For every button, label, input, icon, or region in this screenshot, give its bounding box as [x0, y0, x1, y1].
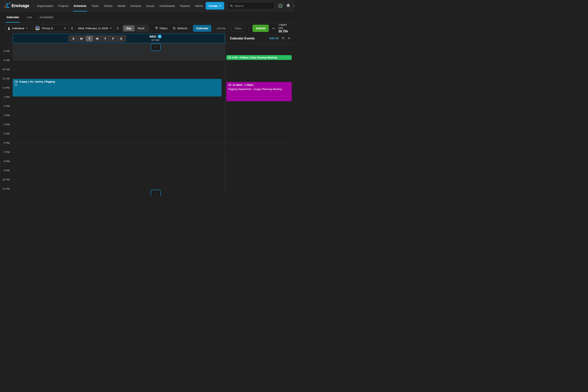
brand-name: Envisage: [11, 3, 29, 8]
video-camera-icon: [14, 80, 18, 83]
check-circle-icon: [278, 4, 283, 8]
nav-item-schedule[interactable]: Schedule: [71, 0, 89, 12]
view-mode-select[interactable]: Individual: [5, 25, 30, 32]
envisage-logo-icon: [4, 3, 10, 8]
view-mode-value: Individual: [12, 26, 24, 30]
nav-item-reports[interactable]: Reports: [178, 0, 193, 12]
refresh-icon: ↻: [173, 26, 176, 30]
tab-availability[interactable]: Availability: [39, 12, 54, 22]
nav-item-media[interactable]: Media: [115, 0, 128, 12]
day-view-toggle[interactable]: Day: [123, 26, 134, 31]
hour-label: 8 PM: [0, 160, 9, 163]
nav-item-issues[interactable]: Issues: [144, 0, 157, 12]
day-header-band: S M T W T F S WED 11 0/7.50h: [13, 34, 225, 43]
weekday-saturday[interactable]: S: [118, 36, 125, 42]
scroll-later-button[interactable]: ↓: [151, 190, 161, 196]
panel-event-planning[interactable]: 11:30am - 1:30pm Rigging Department - Gu…: [226, 82, 292, 101]
submit-button[interactable]: Submit: [253, 25, 269, 32]
search-box[interactable]: [228, 2, 275, 10]
video-camera-icon: [228, 84, 231, 86]
chevron-down-icon: [219, 5, 221, 6]
schedule-event-block[interactable]: Guppy | chr_tammy | Rigging 2h: [13, 79, 222, 96]
week-view-toggle[interactable]: Week: [134, 26, 148, 31]
hour-label: 3 PM: [0, 114, 9, 117]
panel-close-button[interactable]: ×: [288, 37, 290, 40]
panel-event-text: 8:30 - 9:00am | Daily Standup Meeting: [232, 56, 277, 59]
chevron-down-icon: [110, 28, 112, 29]
date-value: Wed, February 11 2026: [78, 26, 108, 30]
primary-nav: Organization Projects Schedule Tasks Tic…: [35, 0, 206, 12]
refresh-icon: ↻: [282, 36, 285, 40]
hour-label: 7 PM: [0, 151, 9, 154]
hour-label: 9 PM: [0, 169, 9, 172]
filters-button[interactable]: Filters: [153, 26, 169, 30]
nav-item-tickets[interactable]: Tickets: [101, 0, 115, 12]
brand-logo[interactable]: Envisage: [4, 3, 29, 8]
weekday-friday[interactable]: F: [110, 36, 117, 42]
date-select[interactable]: Wed, February 11 2026: [75, 25, 114, 32]
tasks-view-button[interactable]: Tasks: [231, 25, 245, 32]
top-nav: Envisage Organization Projects Schedule …: [0, 0, 294, 12]
calendar-events-panel: Calendar Events Add All ↻ × 8:30 - 9:00a…: [225, 34, 294, 196]
panel-event-standup[interactable]: 8:30 - 9:00am | Daily Standup Meeting: [226, 55, 292, 60]
schedule-event-duration: 2h: [14, 84, 220, 86]
search-input[interactable]: [235, 4, 273, 8]
close-icon: ×: [288, 36, 290, 40]
activity-view-button[interactable]: Activity: [214, 25, 229, 32]
hour-label: 2 PM: [0, 105, 9, 108]
panel-refresh-button[interactable]: ↻: [282, 36, 285, 40]
nav-item-dashboards[interactable]: Dashboards: [157, 0, 178, 12]
weekday-tuesday[interactable]: T: [86, 36, 93, 42]
panel-header: Calendar Events Add All ↻ ×: [225, 34, 294, 43]
hour-label: 10 PM: [0, 178, 9, 181]
nav-item-projects[interactable]: Projects: [56, 0, 71, 12]
previous-day-button[interactable]: [71, 27, 73, 30]
refresh-label: Refresh: [177, 26, 187, 30]
day-progress: 0/7.50h: [135, 39, 176, 42]
schedule-app: { "brand": { "name": "Envisage" }, "nav"…: [0, 0, 294, 196]
panel-title: Calendar Events: [230, 36, 255, 40]
weekday-sunday[interactable]: S: [70, 36, 77, 42]
calendar-view-button[interactable]: Calendar: [193, 25, 211, 32]
logged-hours-label: Logged (wk): [279, 23, 290, 30]
add-all-button[interactable]: Add All: [269, 37, 279, 40]
person-select[interactable]: Timmy S.: [32, 25, 68, 32]
bell-icon: [286, 4, 290, 8]
scroll-earlier-button[interactable]: ↑: [151, 44, 161, 51]
search-icon: [230, 4, 233, 7]
nav-item-tasks[interactable]: Tasks: [89, 0, 101, 12]
arrow-up-icon: ↑: [155, 45, 157, 49]
calendar-toolbar: Individual Timmy S. Wed, February 11 202…: [0, 23, 294, 34]
hour-label: 6 PM: [0, 142, 9, 144]
status-check-button[interactable]: [278, 4, 283, 8]
tab-calendar[interactable]: Calendar: [6, 12, 20, 22]
tab-list[interactable]: List: [26, 12, 32, 22]
hour-label: 1 PM: [0, 96, 9, 98]
logged-hours: Logged (wk) 30.75h: [279, 23, 291, 33]
logged-hours-value: 30.75h: [279, 30, 290, 33]
weekday-monday[interactable]: M: [78, 36, 85, 42]
nav-right-group: Create ?: [206, 2, 294, 10]
weekday-wednesday[interactable]: W: [94, 36, 101, 42]
nav-item-reviews[interactable]: Reviews: [128, 0, 144, 12]
filter-icon: [155, 27, 158, 30]
panel-event-time: 11:30am - 1:30pm: [233, 84, 253, 86]
notifications-button[interactable]: [286, 4, 290, 8]
next-day-button[interactable]: [116, 27, 119, 30]
hour-label: 5 PM: [0, 132, 9, 135]
day-name: WED: [150, 35, 156, 38]
weekday-picker: S M T W T F S: [68, 35, 126, 42]
create-button-label: Create: [209, 4, 218, 8]
chevron-right-icon: [117, 27, 119, 30]
video-camera-icon: [228, 56, 231, 58]
toolbar-divider: [249, 26, 249, 31]
nav-item-admin[interactable]: Admin: [192, 0, 206, 12]
more-options-button[interactable]: •••: [271, 27, 276, 30]
refresh-button[interactable]: ↻ Refresh: [171, 26, 189, 30]
chevron-down-icon: [26, 28, 28, 29]
person-icon: [8, 27, 10, 30]
help-button[interactable]: ?: [294, 4, 294, 8]
weekday-thursday[interactable]: T: [102, 36, 109, 42]
nav-item-organization[interactable]: Organization: [35, 0, 56, 12]
create-button[interactable]: Create: [206, 2, 224, 10]
